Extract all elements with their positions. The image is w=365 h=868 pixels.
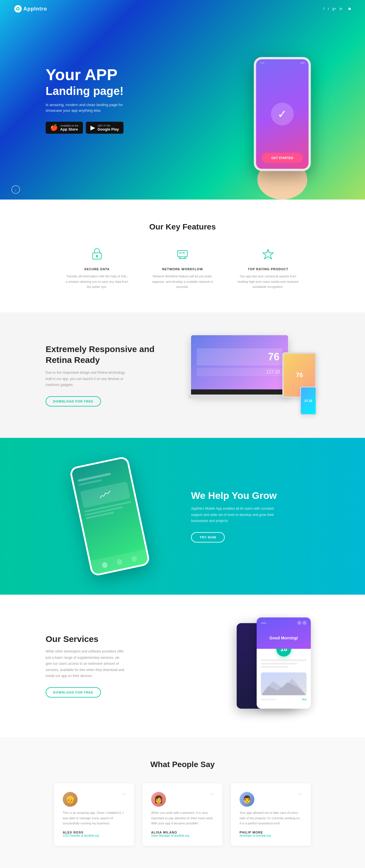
avatar-alisa: 👩 — [151, 792, 166, 807]
responsive-mockup: 76 127.33 76 37.33 — [191, 335, 320, 415]
features-grid: SECURE DATA Transfer all information wit… — [45, 246, 320, 290]
svg-rect-16 — [183, 252, 185, 254]
hero-subtitle: Landing page! — [45, 85, 125, 97]
hero-content: Your APP Landing page! Is amazing, moder… — [45, 66, 125, 134]
testimonials-grid: 👴 " This is an amazing app. Once I insta… — [45, 783, 320, 846]
play-icon: ▶ — [90, 124, 95, 131]
laptop-mockup: 76 127.33 — [191, 335, 288, 395]
testimonial-card-0: 👴 " This is an amazing app. Once I insta… — [54, 783, 134, 846]
testimonial-role-2: developer at domlink.org — [240, 834, 302, 837]
top-rating-icon — [260, 246, 277, 263]
quote-icon-1: " — [210, 792, 214, 802]
responsive-title: Extremely Responsive and Retina Ready — [45, 344, 174, 365]
help-grow-section: We Help You Grow AppIntro Mobile App ena… — [0, 438, 365, 595]
feature-top-rating: TOP RATING PRODUCT Our app has won numer… — [237, 246, 299, 290]
logo-text: AppIntro — [23, 6, 47, 12]
key-features-title: Our Key Features — [11, 222, 354, 231]
feature-name-1: NETWORK WORKFLOW — [151, 268, 214, 271]
phone-small-mockup: 37.33 — [300, 386, 316, 415]
secure-data-icon — [88, 246, 105, 263]
avatar-alex: 👴 — [63, 792, 78, 807]
testimonial-text-1: When you work with customers, it is very… — [151, 810, 214, 826]
download-button[interactable]: DOWNLOAD FOR FREE — [45, 396, 101, 406]
try-now-button[interactable]: TRY NOW — [191, 532, 225, 542]
social-gplus[interactable]: g+ — [332, 7, 336, 11]
services-download-button[interactable]: DOWNLOAD FOR FREE — [45, 687, 101, 698]
google-play-line2: Google Play — [97, 127, 119, 131]
apple-icon: 🍎 — [50, 124, 58, 131]
feature-secure-data: SECURE DATA Transfer all information wit… — [66, 246, 128, 290]
scroll-icon: ↓ — [15, 188, 17, 192]
responsive-desc: Due to the responsive design and Retina … — [45, 370, 125, 388]
services-desc: While other developers and software prov… — [45, 649, 125, 679]
google-play-text: GET IT ON Google Play — [97, 124, 119, 131]
google-play-button[interactable]: ▶ GET IT ON Google Play — [86, 122, 123, 134]
help-phone — [69, 456, 151, 577]
hero-phone-mockup: 9:41●●● ✓ GET STARTED — [228, 34, 336, 199]
help-title: We Help You Grow — [191, 490, 320, 501]
app-store-line1: Available on the — [60, 124, 79, 127]
help-phone-container — [45, 461, 174, 572]
header-social: f t g+ in — [323, 7, 351, 11]
network-icon — [174, 246, 191, 263]
logo: AppIntro — [14, 5, 47, 12]
services-content: Our Services While other developers and … — [45, 634, 174, 698]
svg-marker-20 — [261, 682, 307, 695]
testimonial-text-0: This is an amazing app. Once I installed… — [63, 810, 125, 826]
svg-point-9 — [96, 255, 98, 257]
hero-title: Your APP — [45, 66, 125, 84]
help-content: We Help You Grow AppIntro Mobile App ena… — [191, 490, 320, 542]
testimonial-role-0: CDS Founder at domlink.org — [63, 834, 125, 837]
feature-desc-1: Network Workflow feature will let you bu… — [151, 274, 214, 290]
responsive-content: Extremely Responsive and Retina Ready Du… — [45, 344, 174, 406]
quote-icon-0: " — [122, 792, 125, 802]
app-store-button[interactable]: 🍎 Available on the App Store — [45, 122, 83, 134]
svg-point-1 — [17, 8, 19, 10]
social-linkedin[interactable]: in — [340, 7, 342, 11]
scroll-indicator[interactable]: ↓ — [11, 185, 20, 194]
social-facebook[interactable]: f — [323, 7, 324, 11]
feature-network: NETWORK WORKFLOW Network Workflow featur… — [151, 246, 214, 290]
feature-desc-2: Our app has won numerical awards from le… — [237, 274, 299, 290]
google-play-line1: GET IT ON — [97, 124, 119, 127]
hero-desc: Is amazing, modern and clean landing pag… — [45, 102, 125, 114]
testimonial-name-0: ALEX ROSS — [63, 831, 125, 834]
header: AppIntro f t g+ in — [0, 0, 365, 18]
testimonials-title: What People Say — [11, 760, 354, 769]
help-desc: AppIntro Mobile App enables all its user… — [191, 506, 277, 524]
services-mockup: Walk... Good Morning! 16 — [191, 617, 320, 714]
testimonial-card-1: 👩 " When you work with customers, it is … — [143, 783, 222, 846]
testimonial-role-1: Sales Manager at domlink.org — [151, 834, 214, 837]
app-store-line2: App Store — [60, 127, 79, 131]
hero-section: AppIntro f t g+ in Your APP Landing page… — [0, 0, 365, 199]
hero-buttons: 🍎 Available on the App Store ▶ GET IT ON… — [45, 122, 125, 134]
social-twitter[interactable]: t — [328, 7, 329, 11]
avatar-philip: 👨 — [240, 792, 254, 807]
quote-icon-2: " — [299, 792, 302, 802]
nav-dot — [348, 8, 351, 10]
feature-name-2: TOP RATING PRODUCT — [237, 268, 299, 271]
feature-name-0: SECURE DATA — [66, 268, 128, 271]
testimonial-card-2: 👨 " Your app allowed me to take care of … — [231, 783, 311, 846]
key-features-section: Our Key Features SECURE DATA Transfer al… — [0, 199, 365, 312]
our-services-section: Our Services While other developers and … — [0, 595, 365, 737]
testimonial-name-1: ALISA MILANO — [151, 831, 214, 834]
testimonial-name-2: PHILIP MORE — [240, 831, 302, 834]
responsive-section: Extremely Responsive and Retina Ready Du… — [0, 312, 365, 438]
svg-rect-15 — [179, 252, 182, 254]
svg-rect-11 — [178, 251, 187, 257]
service-phone-header: Good Morning! — [270, 636, 298, 640]
feature-desc-0: Transfer all information with the help o… — [66, 274, 128, 290]
testimonial-text-2: Your app allowed me to take care of ever… — [240, 810, 302, 826]
services-title: Our Services — [45, 634, 174, 644]
app-store-text: Available on the App Store — [60, 124, 79, 131]
testimonials-section: What People Say 👴 " This is an amazing a… — [0, 737, 365, 868]
